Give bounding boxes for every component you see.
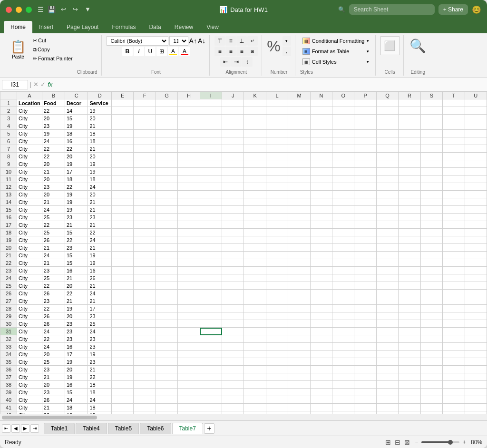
data-cell[interactable] [420, 214, 442, 221]
data-cell[interactable] [443, 312, 465, 320]
data-cell[interactable] [288, 130, 310, 137]
data-cell[interactable] [266, 137, 288, 145]
data-cell[interactable] [244, 153, 266, 160]
data-cell[interactable] [156, 366, 177, 373]
data-cell[interactable] [332, 282, 354, 290]
data-cell[interactable] [266, 198, 288, 206]
data-cell[interactable]: 22 [42, 145, 65, 153]
data-cell[interactable] [420, 274, 442, 282]
page-break-view-icon[interactable]: ⊠ [404, 438, 410, 446]
data-cell[interactable] [156, 221, 177, 229]
data-cell[interactable] [244, 244, 266, 252]
data-cell[interactable] [354, 328, 376, 335]
data-cell[interactable] [443, 183, 465, 191]
data-cell[interactable] [156, 351, 177, 358]
data-cell[interactable]: 21 [42, 404, 65, 411]
data-cell[interactable] [288, 320, 310, 328]
data-cell[interactable] [354, 145, 376, 153]
data-cell[interactable] [399, 137, 420, 145]
data-cell[interactable] [288, 312, 310, 320]
user-icon[interactable]: 😊 [472, 5, 481, 14]
data-cell[interactable]: City [17, 267, 42, 274]
data-cell[interactable] [222, 137, 244, 145]
data-cell[interactable] [134, 381, 156, 389]
row-number[interactable]: 9 [0, 160, 17, 168]
data-cell[interactable] [134, 99, 156, 107]
data-cell[interactable] [420, 236, 442, 244]
row-number[interactable]: 11 [0, 175, 17, 183]
data-cell[interactable] [399, 168, 420, 175]
data-cell[interactable] [112, 396, 134, 404]
data-cell[interactable] [156, 389, 177, 396]
data-cell[interactable] [376, 206, 398, 214]
data-cell[interactable] [134, 145, 156, 153]
tab-review[interactable]: Review [168, 21, 200, 33]
data-cell[interactable] [244, 99, 266, 107]
data-cell[interactable] [266, 175, 288, 183]
font-size-dropdown[interactable]: 11 [169, 36, 188, 46]
data-cell[interactable] [222, 396, 244, 404]
data-cell[interactable] [178, 244, 200, 252]
data-cell[interactable] [112, 236, 134, 244]
data-cell[interactable] [288, 99, 310, 107]
data-cell[interactable] [420, 137, 442, 145]
data-cell[interactable] [178, 320, 200, 328]
data-cell[interactable]: 21 [88, 297, 112, 305]
data-cell[interactable] [134, 191, 156, 198]
data-cell[interactable] [443, 381, 465, 389]
data-cell[interactable] [266, 381, 288, 389]
data-cell[interactable] [156, 244, 177, 252]
data-cell[interactable] [244, 312, 266, 320]
tab-view[interactable]: View [200, 21, 225, 33]
data-cell[interactable]: 25 [42, 274, 65, 282]
data-cell[interactable] [288, 252, 310, 259]
data-cell[interactable] [354, 221, 376, 229]
data-cell[interactable] [443, 168, 465, 175]
horizontal-scrollbar[interactable] [0, 414, 487, 420]
data-cell[interactable] [376, 389, 398, 396]
data-cell[interactable] [443, 130, 465, 137]
data-cell[interactable]: 15 [65, 115, 88, 122]
data-cell[interactable] [443, 145, 465, 153]
data-cell[interactable]: 18 [88, 130, 112, 137]
data-cell[interactable] [443, 358, 465, 366]
data-cell[interactable] [112, 389, 134, 396]
data-cell[interactable] [310, 122, 332, 130]
data-cell[interactable] [399, 160, 420, 168]
data-cell[interactable] [222, 183, 244, 191]
data-cell[interactable] [244, 404, 266, 411]
data-cell[interactable] [288, 244, 310, 252]
data-cell[interactable] [310, 351, 332, 358]
data-cell[interactable] [399, 411, 420, 414]
data-cell[interactable]: City [17, 153, 42, 160]
data-cell[interactable] [178, 160, 200, 168]
zoom-thumb[interactable] [448, 440, 453, 445]
data-cell[interactable] [200, 229, 222, 236]
data-cell[interactable]: 26 [42, 396, 65, 404]
data-cell[interactable] [156, 130, 177, 137]
data-cell[interactable] [310, 282, 332, 290]
data-cell[interactable] [112, 373, 134, 381]
data-cell[interactable] [222, 107, 244, 115]
data-cell[interactable]: 23 [42, 122, 65, 130]
data-cell[interactable] [399, 214, 420, 221]
data-cell[interactable] [420, 373, 442, 381]
row-number[interactable]: 30 [0, 320, 17, 328]
data-cell[interactable] [465, 168, 487, 175]
data-cell[interactable] [222, 221, 244, 229]
data-cell[interactable] [134, 259, 156, 267]
data-cell[interactable] [332, 137, 354, 145]
data-cell[interactable] [310, 168, 332, 175]
data-cell[interactable]: 18 [65, 130, 88, 137]
data-cell[interactable] [443, 206, 465, 214]
data-cell[interactable] [399, 229, 420, 236]
data-cell[interactable] [465, 145, 487, 153]
data-cell[interactable] [310, 411, 332, 414]
data-cell[interactable]: 26 [42, 290, 65, 297]
data-cell[interactable] [354, 99, 376, 107]
data-cell[interactable] [178, 305, 200, 312]
data-cell[interactable] [399, 130, 420, 137]
data-cell[interactable] [332, 153, 354, 160]
data-cell[interactable] [376, 351, 398, 358]
data-cell[interactable] [354, 411, 376, 414]
